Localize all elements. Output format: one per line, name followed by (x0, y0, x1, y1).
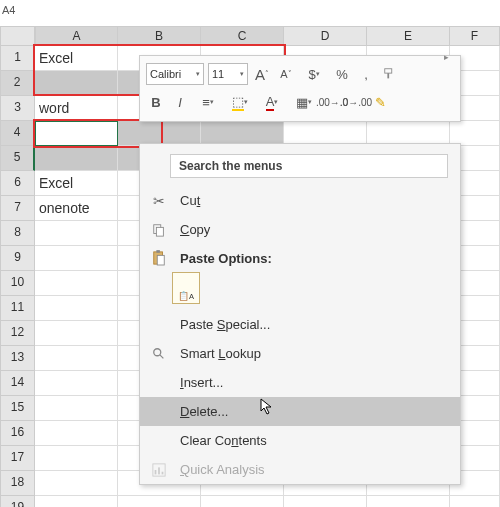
format-painter-icon[interactable] (380, 63, 400, 85)
ctx-delete-label: Delete... (180, 404, 452, 419)
row-header[interactable]: 7 (0, 196, 35, 221)
ctx-cut-label: Cut (180, 193, 452, 208)
row-header[interactable]: 5 (0, 146, 35, 171)
table-row: 19 (0, 496, 500, 507)
ctx-delete[interactable]: Delete... (140, 397, 460, 426)
shrink-font-button[interactable]: A˅ (276, 63, 296, 85)
context-menu: Search the menus ✂ Cut Copy Paste Option… (139, 143, 461, 485)
row-header[interactable]: 8 (0, 221, 35, 246)
column-headers: A B C D E F (35, 26, 500, 46)
row-header[interactable]: 19 (0, 496, 35, 507)
svg-line-8 (160, 354, 164, 358)
clipboard-icon (148, 247, 170, 269)
col-header-c[interactable]: C (201, 26, 284, 46)
cell[interactable] (35, 496, 118, 507)
cell[interactable] (35, 271, 118, 296)
row-header[interactable]: 6 (0, 171, 35, 196)
increase-decimal-button[interactable]: .0→.00 (346, 91, 366, 113)
menu-search-input[interactable]: Search the menus (170, 154, 448, 178)
svg-rect-5 (156, 250, 160, 253)
align-dropdown[interactable]: ≡ ▾ (194, 91, 222, 113)
mini-toolbar: ▸ Calibri▾ 11▾ A˄ A˅ $ ▾ % , B I ≡ ▾ ⬚ ▾… (139, 55, 461, 122)
cell[interactable] (35, 121, 118, 146)
toolbar-move-icon[interactable]: ▸ (444, 52, 454, 62)
cell[interactable] (35, 321, 118, 346)
cell[interactable]: word (35, 96, 118, 121)
select-all-corner[interactable] (0, 26, 35, 46)
col-header-e[interactable]: E (367, 26, 450, 46)
highlighter-icon[interactable]: ✎ (370, 91, 390, 113)
svg-point-7 (154, 348, 161, 355)
col-header-b[interactable]: B (118, 26, 201, 46)
cell[interactable] (118, 496, 201, 507)
row-header[interactable]: 18 (0, 471, 35, 496)
cell[interactable] (450, 496, 500, 507)
cell[interactable] (35, 346, 118, 371)
row-header[interactable]: 11 (0, 296, 35, 321)
blank-icon (148, 430, 170, 452)
fill-color-dropdown[interactable]: ⬚ ▾ (226, 91, 254, 113)
row-header[interactable]: 14 (0, 371, 35, 396)
cell[interactable] (35, 396, 118, 421)
currency-dropdown[interactable]: $ ▾ (300, 63, 328, 85)
cell[interactable] (35, 421, 118, 446)
row-header[interactable]: 10 (0, 271, 35, 296)
scissors-icon: ✂ (148, 190, 170, 212)
cell[interactable] (35, 296, 118, 321)
copy-icon (148, 219, 170, 241)
cell[interactable] (367, 496, 450, 507)
col-header-d[interactable]: D (284, 26, 367, 46)
name-box[interactable]: A4 (2, 4, 32, 20)
ctx-paste-heading: Paste Options: (140, 244, 460, 272)
row-header[interactable]: 13 (0, 346, 35, 371)
row-header[interactable]: 1 (0, 46, 35, 71)
bold-button[interactable]: B (146, 91, 166, 113)
comma-button[interactable]: , (356, 63, 376, 85)
row-header[interactable]: 4 (0, 121, 35, 146)
cell[interactable] (284, 496, 367, 507)
row-header[interactable]: 15 (0, 396, 35, 421)
grow-font-button[interactable]: A˄ (252, 63, 272, 85)
ctx-clear-label: Clear Contents (180, 433, 452, 448)
ctx-smart-lookup[interactable]: Smart Lookup (140, 339, 460, 368)
row-header[interactable]: 12 (0, 321, 35, 346)
search-icon (148, 343, 170, 365)
svg-rect-10 (155, 470, 157, 474)
font-size-dropdown[interactable]: 11▾ (208, 63, 248, 85)
col-header-a[interactable]: A (35, 26, 118, 46)
ctx-insert[interactable]: Insert... (140, 368, 460, 397)
ctx-paste-special-label: Paste Special... (180, 317, 452, 332)
cell[interactable] (35, 221, 118, 246)
font-name-dropdown[interactable]: Calibri▾ (146, 63, 204, 85)
ctx-copy[interactable]: Copy (140, 215, 460, 244)
cell[interactable] (201, 496, 284, 507)
ctx-cut[interactable]: ✂ Cut (140, 186, 460, 215)
borders-dropdown[interactable]: ▦ ▾ (290, 91, 318, 113)
row-header[interactable]: 17 (0, 446, 35, 471)
svg-rect-11 (158, 467, 160, 474)
blank-icon (148, 372, 170, 394)
italic-button[interactable]: I (170, 91, 190, 113)
cell[interactable]: Excel (35, 171, 118, 196)
col-header-f[interactable]: F (450, 26, 500, 46)
percent-button[interactable]: % (332, 63, 352, 85)
quick-analysis-icon (148, 459, 170, 481)
cell[interactable] (35, 71, 118, 96)
cell[interactable]: onenote (35, 196, 118, 221)
cell[interactable] (35, 471, 118, 496)
row-header[interactable]: 2 (0, 71, 35, 96)
row-header[interactable]: 16 (0, 421, 35, 446)
cell[interactable] (35, 146, 118, 171)
paste-option-default[interactable]: 📋A (172, 272, 200, 304)
svg-rect-3 (156, 227, 163, 236)
font-color-dropdown[interactable]: A ▾ (258, 91, 286, 113)
cell[interactable] (35, 246, 118, 271)
cell[interactable] (35, 371, 118, 396)
row-header[interactable]: 3 (0, 96, 35, 121)
cell[interactable]: Excel (35, 46, 118, 71)
cell[interactable] (35, 446, 118, 471)
svg-rect-12 (162, 471, 164, 474)
ctx-paste-special[interactable]: Paste Special... (140, 310, 460, 339)
row-header[interactable]: 9 (0, 246, 35, 271)
ctx-clear-contents[interactable]: Clear Contents (140, 426, 460, 455)
